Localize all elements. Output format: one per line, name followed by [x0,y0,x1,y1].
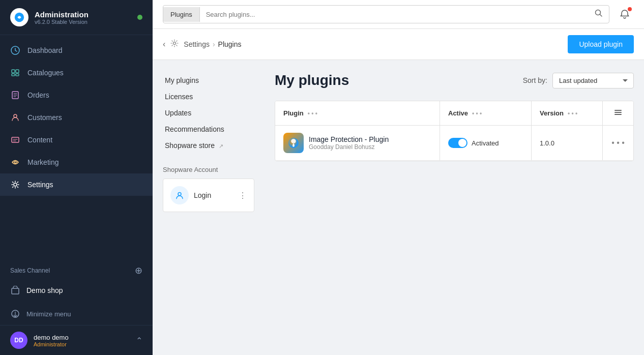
svg-point-10 [14,183,17,186]
marketing-icon [10,157,20,167]
sort-by-select[interactable]: Last updated Name Version Date installed [552,73,634,88]
minimize-label: Minimize menu [26,310,71,318]
sidebar-item-customers[interactable]: Customers [0,106,153,129]
plugin-icon [283,133,304,153]
th-plugin: Plugin • • • [275,101,440,125]
svg-point-15 [178,193,181,196]
settings-gear-icon[interactable] [170,39,179,49]
breadcrumb-separator: › [213,40,215,48]
svg-point-9 [14,161,16,163]
user-avatar: DD [10,332,27,349]
td-active: Activated [440,126,532,160]
account-more-button[interactable]: ⋮ [239,191,247,200]
user-name: demo demo [34,334,130,341]
user-info: demo demo Administrator [34,334,130,347]
plugin-info: Image Protection - Plugin Goodday Daniel… [309,135,389,151]
left-nav-licenses[interactable]: Licenses [163,88,254,105]
sidebar-item-label: Settings [27,181,53,189]
demo-shop-label: Demo shop [26,286,63,294]
svg-rect-17 [614,112,622,113]
sidebar-item-dashboard[interactable]: Dashboard [0,39,153,62]
left-nav: My plugins Licenses Updates Recommendati… [153,60,265,355]
plugin-vendor: Goodday Daniel Bohusz [309,143,389,151]
user-section: DD demo demo Administrator ⌃ [0,325,153,355]
search-tab-plugins[interactable]: Plugins [163,7,200,22]
th-actions [603,101,633,125]
active-toggle[interactable] [448,138,467,148]
sidebar-title: Administration v6.2.0 Stable Version [35,10,131,25]
svg-rect-18 [614,114,622,115]
status-indicator [137,15,142,20]
content-icon [10,135,20,145]
user-chevron-icon[interactable]: ⌃ [136,336,142,345]
external-link-icon: ↗ [219,143,223,149]
sidebar-item-catalogues[interactable]: Catalogues [0,62,153,84]
row-more-button[interactable]: • • • [611,138,625,147]
minimize-icon [10,309,20,319]
settings-icon [10,180,20,190]
add-sales-channel-icon[interactable]: ⊕ [135,265,142,276]
sidebar-item-marketing[interactable]: Marketing [0,151,153,173]
version-value: 1.0.0 [540,139,554,147]
td-row-actions: • • • [603,126,633,160]
dashboard-icon [10,45,20,55]
left-nav-shopware-store[interactable]: Shopware store ↗ [163,137,254,154]
sales-channel-demo-shop[interactable]: Demo shop [10,280,142,301]
app-logo [10,8,28,26]
toggle-container: Activated [448,138,499,148]
customers-icon [10,112,20,123]
svg-rect-3 [16,70,19,73]
account-card: Login ⋮ [163,179,254,212]
page-title: My plugins [275,72,349,88]
th-version: Version • • • [532,101,603,125]
search-input[interactable] [200,7,589,22]
app-version: v6.2.0 Stable Version [35,19,131,25]
svg-point-14 [173,42,176,45]
td-version: 1.0.0 [532,126,603,160]
notification-button[interactable] [616,5,634,23]
minimize-menu-btn[interactable]: Minimize menu [0,303,153,325]
plugin-area: My plugins Sort by: Last updated Name Ve… [265,60,644,355]
svg-rect-16 [614,110,622,111]
sidebar-header: Administration v6.2.0 Stable Version [0,0,153,35]
svg-rect-11 [12,288,19,294]
sidebar-item-label: Customers [27,113,62,122]
back-button[interactable]: ‹ [163,40,165,49]
left-nav-updates[interactable]: Updates [163,105,254,121]
sales-channel-label: Sales Channel [10,267,50,274]
td-plugin: Image Protection - Plugin Goodday Daniel… [275,126,440,160]
shopware-account-section: Shopware Account Login ⋮ [163,166,254,212]
left-nav-my-plugins[interactable]: My plugins [163,72,254,88]
search-bar: Plugins [163,5,609,23]
sidebar-item-content[interactable]: Content [0,129,153,151]
orders-icon [10,90,20,100]
sales-channel-section: Sales Channel ⊕ Demo shop [0,259,153,303]
sidebar-item-orders[interactable]: Orders [0,84,153,106]
sales-channel-header: Sales Channel ⊕ [10,265,142,276]
sidebar-item-label: Orders [27,91,49,99]
left-nav-recommendations[interactable]: Recommendations [163,121,254,137]
svg-rect-2 [12,70,15,73]
toggle-thumb [458,139,466,147]
column-settings-icon[interactable] [614,108,622,118]
th-plugin-options[interactable]: • • • [308,110,317,117]
th-version-options[interactable]: • • • [568,110,577,117]
main-content: Plugins ‹ [153,0,644,355]
plugin-name: Image Protection - Plugin [309,135,389,143]
svg-rect-5 [16,74,19,76]
svg-point-7 [14,114,17,117]
account-login-label: Login [194,191,233,199]
upload-plugin-button[interactable]: Upload plugin [568,35,634,53]
breadcrumb-settings[interactable]: Settings [184,40,210,48]
search-icon[interactable] [589,6,609,23]
active-label: Activated [472,139,499,147]
breadcrumb-current: Plugins [218,40,242,48]
sidebar-item-settings[interactable]: Settings [0,173,153,196]
sidebar-item-label: Catalogues [27,69,64,77]
th-active-options[interactable]: • • • [472,110,482,117]
sidebar-item-label: Dashboard [27,46,63,54]
table-row: Image Protection - Plugin Goodday Daniel… [275,126,633,161]
topbar: Plugins [153,0,644,29]
sort-by-section: Sort by: Last updated Name Version Date … [523,73,634,88]
account-avatar [170,186,189,204]
